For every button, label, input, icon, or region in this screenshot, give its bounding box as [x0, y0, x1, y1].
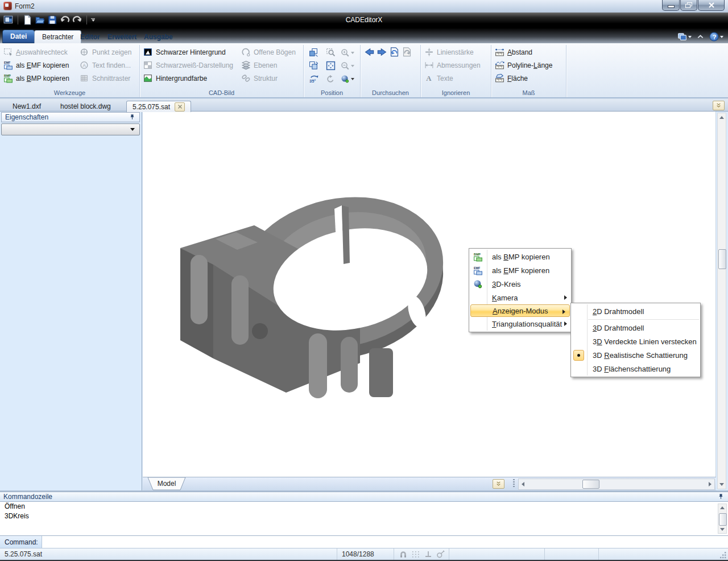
submenu-item-3d-verdeckte-linien[interactable]: 3D Verdeckte Linien verstecken — [571, 335, 700, 348]
pen-color-icon[interactable] — [436, 550, 445, 559]
minimize-button[interactable] — [662, 0, 680, 11]
group-label-durchsuchen: Durchsuchen — [361, 89, 420, 96]
title-bar: Form2 — [0, 0, 728, 13]
previous-view-icon[interactable] — [389, 47, 400, 57]
tab-datei[interactable]: Datei — [2, 30, 35, 43]
rotate-angle-button[interactable] — [305, 72, 322, 85]
linienstaerke-button[interactable]: Linienstärke — [422, 46, 490, 59]
dropdown-arrow-icon — [351, 78, 354, 80]
submenu-item-3d-flaechenschattierung[interactable]: 3D Flächenschattierung — [571, 362, 700, 376]
resize-grip-icon[interactable] — [720, 552, 727, 559]
polyline-laenge-button[interactable]: Polyline-Länge — [493, 59, 565, 72]
abstand-button[interactable]: Abstand — [493, 46, 565, 59]
submenu-item-3d-drahtmodell[interactable]: 3D Drahtmodell — [571, 321, 700, 335]
ebenen-button[interactable]: Ebenen — [239, 59, 299, 72]
als-bmp-kopieren-button[interactable]: als BMP kopieren — [1, 72, 77, 85]
punkt-zeigen-button[interactable]: Punkt zeigen — [77, 46, 138, 59]
scroll-up-icon[interactable] — [720, 506, 725, 509]
properties-combobox[interactable] — [1, 123, 140, 135]
fit-to-screen-button[interactable] — [322, 59, 339, 72]
next-view-icon[interactable] — [402, 47, 412, 57]
sheet-tab-model[interactable]: Model — [147, 477, 186, 490]
auswahlrechteck-button[interactable]: Auswahlrechteck — [1, 46, 77, 59]
menu-item-als-emf-kopieren[interactable]: als EMF kopieren — [469, 263, 571, 277]
ribbon-tab-row: Datei Betrachter Editor Erweitert Ausgab… — [0, 28, 728, 43]
drawing-canvas[interactable] — [143, 112, 716, 477]
help-icon[interactable] — [709, 32, 723, 42]
schwarzer-hintergrund-button[interactable]: Schwarzer Hintergrund — [141, 46, 239, 59]
rotate-view-icon — [326, 75, 335, 84]
menu-item-anzeigen-modus[interactable]: Anzeigen-Modus — [470, 304, 570, 317]
schnittraster-button[interactable]: Schnittraster — [77, 72, 138, 85]
zoom-window-button[interactable] — [322, 46, 339, 59]
vertical-scroll-thumb[interactable] — [718, 249, 726, 269]
menu-item-kamera[interactable]: Kamera — [469, 291, 571, 304]
zoom-in-button[interactable] — [339, 46, 356, 59]
scroll-up-icon[interactable] — [719, 116, 724, 119]
history-scrollbar[interactable] — [718, 504, 727, 534]
submenu-item-2d-drahtmodell[interactable]: 2D Drahtmodell — [571, 304, 700, 318]
group-label-ignorieren: Ignorieren — [421, 89, 491, 96]
dimensions-icon — [424, 60, 434, 70]
menu-separator — [588, 319, 699, 320]
hintergrundfarbe-button[interactable]: Hintergrundfarbe — [141, 72, 239, 85]
doc-tab-hostel-block[interactable]: hostel block.dwg — [55, 101, 117, 112]
vertical-scrollbar[interactable] — [717, 113, 726, 489]
menu-item-3d-kreis[interactable]: 3D-Kreis — [469, 277, 571, 291]
collapse-ribbon-icon[interactable] — [696, 32, 705, 41]
close-document-icon[interactable] — [175, 102, 185, 112]
als-emf-kopieren-button[interactable]: als EMF kopieren — [1, 59, 77, 72]
scroll-left-icon[interactable] — [522, 482, 524, 486]
menu-item-triangulationsqualitaet[interactable]: Triangulationsqualität — [469, 317, 571, 331]
struktur-button[interactable]: Struktur — [239, 72, 299, 85]
ortho-icon[interactable] — [424, 550, 433, 559]
selected-radio-icon — [573, 350, 584, 361]
zoom-in-icon — [341, 48, 350, 57]
black-background-icon — [143, 47, 153, 57]
texte-button[interactable]: Texte — [422, 72, 490, 85]
command-prompt-label: Command: — [0, 536, 42, 548]
pin-icon[interactable] — [129, 114, 136, 121]
close-button[interactable] — [698, 0, 725, 11]
scroll-down-icon[interactable] — [720, 528, 725, 531]
doc-tab-active[interactable]: 5.25.075.sat — [126, 101, 191, 112]
scroll-right-icon[interactable] — [709, 482, 712, 486]
doc-tab-new1[interactable]: New1.dxf — [7, 101, 47, 112]
tab-list-chevron-icon[interactable] — [713, 101, 725, 110]
window-layout-icon[interactable] — [677, 32, 692, 42]
command-panel-header: Kommandozeile — [0, 492, 728, 502]
schwarzweiss-darstellung-button[interactable]: Schwarzweiß-Darstellung — [141, 59, 239, 72]
copy-view-button[interactable] — [305, 46, 322, 59]
abmessungen-button[interactable]: Abmessungen — [422, 59, 490, 72]
copy-pages-button[interactable] — [305, 59, 322, 72]
tab-ausgabe[interactable]: Ausgabe — [136, 31, 180, 43]
grid-icon[interactable] — [411, 550, 420, 559]
group-werkzeuge: Auswahlrechteck als EMF kopieren als BMP… — [0, 45, 140, 97]
menu-item-als-bmp-kopieren[interactable]: als BMP kopieren — [469, 250, 571, 263]
history-line: 3DKreis — [0, 512, 728, 521]
text-finden-button[interactable]: Text finden... — [77, 59, 138, 72]
properties-panel-header: Eigenschaften — [1, 112, 140, 122]
group-label-cad-bild: CAD-Bild — [140, 89, 303, 96]
command-input[interactable] — [42, 536, 728, 548]
sheet-list-chevron-icon[interactable] — [493, 479, 504, 489]
flaeche-button[interactable]: Fläche — [493, 72, 565, 85]
emf-copy-icon — [3, 60, 13, 70]
rotate-view-button[interactable] — [322, 72, 339, 85]
horizontal-scroll-thumb[interactable] — [582, 480, 599, 489]
horizontal-scrollbar[interactable] — [518, 478, 715, 490]
back-arrow-icon[interactable] — [364, 47, 375, 57]
forward-arrow-icon[interactable] — [377, 47, 387, 57]
snap-icon[interactable] — [399, 550, 408, 559]
submenu-item-3d-realistische-schattierung[interactable]: 3D Realistische Schattierung — [571, 348, 700, 362]
splitter-handle[interactable] — [513, 479, 515, 488]
dropdown-arrow-icon — [351, 52, 354, 54]
shading-mode-button[interactable] — [339, 72, 356, 85]
history-scroll-thumb[interactable] — [719, 513, 727, 526]
status-counter: 1048/1288 — [337, 548, 394, 560]
scroll-down-icon[interactable] — [719, 483, 724, 486]
maximize-button[interactable] — [680, 0, 697, 11]
zoom-out-button[interactable] — [339, 59, 356, 72]
offene-boegen-button[interactable]: Offene Bögen — [239, 46, 299, 59]
pin-icon[interactable] — [717, 493, 725, 501]
